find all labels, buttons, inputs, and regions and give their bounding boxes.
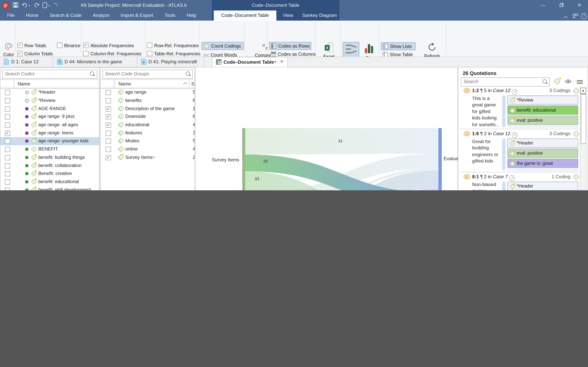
collapse-ribbon-icon[interactable] [564, 14, 568, 17]
ribbon-tab-sankey-diagram[interactable]: Sankey Diagram [300, 10, 339, 21]
code-row[interactable]: benefit: educational [0, 178, 99, 186]
new-window-icon[interactable] [42, 2, 48, 8]
codes-name-header[interactable]: Name [18, 81, 30, 86]
code-chip[interactable]: eval: positive [507, 149, 578, 158]
code-groups-name-header[interactable]: Name [118, 81, 131, 86]
codes-filter-icon[interactable] [554, 78, 561, 85]
menu-tools[interactable]: Tools [159, 10, 181, 21]
quotations-search-input[interactable]: Search [461, 77, 550, 86]
code-row[interactable]: benefit: building things [0, 153, 99, 162]
code-group-checkbox[interactable] [106, 122, 111, 128]
code-checkbox[interactable] [5, 139, 10, 144]
menu-search-code[interactable]: Search & Code [44, 10, 87, 21]
restore-button[interactable] [556, 0, 567, 10]
goto-quotation-icon[interactable]: ↗ [509, 175, 515, 181]
code-row[interactable]: age range: 9 plus [0, 113, 99, 121]
code-row[interactable]: BENEFIT [0, 145, 99, 153]
doc-tab-4[interactable]: Code–Document Table▾✕ [212, 57, 288, 67]
sankey-node-right[interactable] [438, 128, 441, 190]
code-row[interactable]: Benefit: creative [0, 170, 99, 178]
code-groups-size-header[interactable]: S [191, 81, 194, 86]
undo-icon[interactable] [22, 2, 28, 8]
list-options-icon[interactable] [577, 79, 584, 86]
vscroll-thumb[interactable] [581, 94, 586, 144]
minimize-button[interactable]: — [538, 0, 548, 10]
menu-help[interactable]: Help [181, 10, 202, 21]
code-chip[interactable]: *Header [507, 139, 578, 148]
tab-dropdown-icon[interactable]: ▾ [274, 60, 276, 64]
code-group-row[interactable]: benefits6 [101, 97, 195, 105]
code-row[interactable]: age range: younger kids [0, 137, 99, 145]
code-chip[interactable]: benefit: educational [507, 106, 578, 115]
code-group-checkbox[interactable] [106, 155, 111, 160]
code-checkbox[interactable] [5, 90, 10, 95]
code-group-checkbox[interactable] [106, 90, 111, 95]
code-group-row[interactable]: Survey Items~2 [101, 153, 195, 162]
save-icon[interactable] [13, 2, 19, 8]
vscroll-up-arrow[interactable]: ▲ [580, 88, 586, 94]
code-group-row[interactable]: Description of the game1 [101, 105, 195, 113]
sankey-node-left[interactable] [242, 128, 245, 190]
code-groups-search-input[interactable]: Search Code Groups [102, 70, 193, 79]
doc-tab-3[interactable]: D 41: Playing minecraft [137, 57, 204, 67]
code-row[interactable]: *Header [0, 88, 99, 97]
new-window-dropdown-icon[interactable]: ▾ [48, 4, 54, 10]
redo-icon[interactable] [34, 2, 40, 8]
code-checkbox[interactable] [5, 155, 10, 160]
feedback-icon[interactable] [572, 13, 578, 19]
menu-analyze[interactable]: Analyze [87, 10, 115, 21]
code-checkbox[interactable] [5, 114, 10, 120]
codes-as-rows-button[interactable]: Codes as Rows [269, 42, 311, 50]
show-lists-button[interactable]: Show Lists [381, 42, 415, 50]
ribbon-checkbox-binarize[interactable]: Binarize [57, 43, 80, 50]
quotation-diamond-icon[interactable] [573, 174, 578, 179]
code-checkbox[interactable] [5, 122, 10, 128]
codes-list-header[interactable]: Name [0, 79, 99, 88]
ribbon-tab-code-document-table[interactable]: Code–Document Table [214, 10, 276, 21]
ribbon-checkbox-absolute-frequencies[interactable]: Absolute Frequencies [83, 43, 134, 50]
customize-toolbar-icon[interactable]: ▔▾ [54, 3, 60, 9]
code-row[interactable]: benefit: skill development [0, 186, 99, 190]
quotation-diamond-icon[interactable] [573, 88, 578, 93]
menu-file[interactable]: File [1, 10, 20, 21]
code-checkbox[interactable] [5, 188, 10, 190]
code-groups-list-header[interactable]: Name S [101, 79, 195, 88]
code-row[interactable]: *Review [0, 97, 99, 105]
code-group-checkbox[interactable] [106, 147, 111, 152]
count-codings-button[interactable]: Count Codings [202, 42, 244, 50]
menu-home[interactable]: Home [20, 10, 44, 21]
code-group-row[interactable]: features3 [101, 129, 195, 137]
goto-quotation-icon[interactable]: ↗ [512, 132, 518, 138]
doc-tab-2[interactable]: D 44: Monsters in the game [53, 57, 137, 67]
code-row[interactable]: benefit: collaboration [0, 162, 99, 170]
doc-tab-1[interactable]: D 1: Case 12 [0, 57, 53, 67]
ribbon-tab-view[interactable]: View [276, 10, 300, 21]
close-button[interactable]: ✕ [574, 0, 585, 10]
code-group-row[interactable]: age range5 [101, 88, 195, 97]
vscroll-track[interactable] [580, 94, 586, 190]
code-chip[interactable]: *Header [507, 182, 578, 190]
code-checkbox[interactable] [5, 171, 10, 176]
code-group-row[interactable]: Modes5 [101, 137, 195, 145]
code-group-checkbox[interactable] [106, 106, 111, 111]
preview-eye-icon[interactable] [565, 79, 571, 85]
code-chip[interactable]: eval: positive [507, 116, 578, 125]
quotation-card[interactable]: 8:1 ¶ 2 in Case 7↗1 CodingNon-biasedrevi… [458, 173, 582, 190]
ribbon-checkbox-row-totals[interactable]: Row Totals [17, 43, 46, 50]
code-group-checkbox[interactable] [106, 139, 111, 144]
quotation-card[interactable]: 1:2 ¶ 5 in Case 12↗3 CodingsThis is agre… [458, 87, 582, 129]
tab-close-icon[interactable]: ✕ [280, 59, 284, 64]
code-group-row[interactable]: online4 [101, 145, 195, 153]
code-group-checkbox[interactable] [106, 131, 111, 136]
code-checkbox[interactable] [5, 131, 10, 136]
code-group-checkbox[interactable] [106, 114, 111, 120]
code-checkbox[interactable] [5, 98, 10, 103]
code-group-row[interactable]: Downside6 [101, 113, 195, 121]
code-row[interactable]: age range: all ages [0, 121, 99, 129]
quotation-card[interactable]: 1:6 ¶ 2 in Case 12↗3 CodingsGreat forbud… [458, 130, 582, 172]
goto-quotation-icon[interactable]: ↗ [512, 89, 518, 95]
code-row[interactable]: age range: teens [0, 129, 99, 137]
quotation-diamond-icon[interactable] [573, 131, 578, 136]
code-checkbox[interactable] [5, 179, 10, 185]
code-group-row[interactable]: educational4 [101, 121, 195, 129]
